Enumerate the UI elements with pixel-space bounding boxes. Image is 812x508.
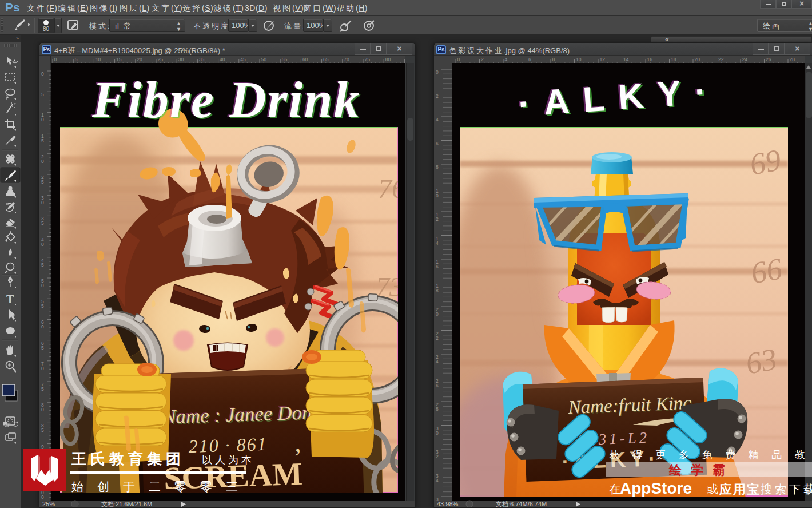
svg-text:以人为本: 以人为本 bbox=[202, 454, 252, 466]
svg-text:T: T bbox=[6, 293, 14, 305]
svg-text:14: 14 bbox=[436, 236, 439, 246]
svg-text:10: 10 bbox=[576, 57, 582, 62]
svg-text:80: 80 bbox=[385, 57, 391, 62]
svg-text:2: 2 bbox=[481, 57, 484, 62]
svg-text:应用宝: 应用宝 bbox=[719, 482, 761, 497]
svg-text:85: 85 bbox=[41, 423, 44, 433]
svg-text:80: 80 bbox=[41, 402, 44, 412]
svg-text:20: 20 bbox=[41, 154, 44, 164]
svg-text:12: 12 bbox=[600, 57, 606, 62]
svg-text:35: 35 bbox=[199, 57, 205, 62]
svg-text:搜索下载: 搜索下载 bbox=[761, 483, 812, 495]
svg-text:43.98%: 43.98% bbox=[437, 501, 459, 507]
svg-text:30: 30 bbox=[178, 57, 184, 62]
svg-text:始创于二零零三年: 始创于二零零三年 bbox=[71, 480, 252, 493]
svg-text:AppStore: AppStore bbox=[620, 479, 692, 497]
svg-text:60: 60 bbox=[302, 57, 308, 62]
svg-text:15: 15 bbox=[41, 133, 44, 144]
svg-text:0: 0 bbox=[54, 57, 57, 62]
svg-text:王氏教育集团: 王氏教育集团 bbox=[71, 450, 185, 467]
svg-text:28: 28 bbox=[436, 402, 439, 412]
svg-text:63: 63 bbox=[743, 342, 780, 380]
svg-text:26: 26 bbox=[436, 378, 439, 388]
svg-text:绘学霸: 绘学霸 bbox=[668, 463, 734, 477]
svg-text:30: 30 bbox=[436, 426, 439, 436]
svg-text:26: 26 bbox=[766, 57, 771, 62]
svg-text:30: 30 bbox=[41, 195, 44, 205]
svg-text:34: 34 bbox=[436, 473, 439, 483]
svg-text:40: 40 bbox=[220, 57, 225, 62]
svg-text:40: 40 bbox=[41, 237, 44, 247]
svg-text:6: 6 bbox=[436, 141, 439, 146]
svg-text:10: 10 bbox=[95, 57, 101, 62]
svg-text:在: 在 bbox=[609, 483, 620, 495]
svg-text:32: 32 bbox=[436, 449, 439, 459]
svg-text:4: 4 bbox=[436, 117, 439, 122]
svg-text:或: 或 bbox=[707, 483, 718, 495]
svg-text:25: 25 bbox=[41, 174, 44, 185]
svg-text:8: 8 bbox=[436, 164, 439, 170]
svg-text:28: 28 bbox=[790, 57, 795, 62]
svg-text:Fibre Drink: Fibre Drink bbox=[91, 72, 361, 128]
svg-text:8: 8 bbox=[552, 57, 555, 62]
svg-text:20: 20 bbox=[137, 57, 142, 62]
svg-text:75: 75 bbox=[41, 382, 44, 392]
svg-text:4: 4 bbox=[505, 57, 508, 62]
svg-text:45: 45 bbox=[240, 57, 246, 62]
svg-text:25%: 25% bbox=[42, 501, 55, 507]
svg-text:69: 69 bbox=[747, 142, 784, 181]
svg-text:60: 60 bbox=[41, 319, 44, 330]
svg-text:12: 12 bbox=[436, 212, 439, 222]
svg-text:22: 22 bbox=[718, 57, 724, 62]
svg-text:20: 20 bbox=[695, 57, 700, 62]
svg-text:24: 24 bbox=[742, 57, 748, 62]
svg-text:文档:21.6M/21.6M: 文档:21.6M/21.6M bbox=[101, 501, 152, 507]
svg-text:45: 45 bbox=[41, 257, 44, 268]
svg-text:75: 75 bbox=[365, 57, 371, 62]
svg-text:14: 14 bbox=[623, 57, 629, 62]
svg-text:15: 15 bbox=[116, 57, 122, 62]
svg-text:文档:6.74M/6.74M: 文档:6.74M/6.74M bbox=[496, 501, 547, 507]
svg-text:5: 5 bbox=[41, 92, 44, 97]
svg-text:16: 16 bbox=[436, 259, 439, 269]
svg-text:65: 65 bbox=[41, 340, 44, 351]
svg-text:70: 70 bbox=[344, 57, 349, 62]
svg-text:65: 65 bbox=[323, 57, 329, 62]
svg-text:18: 18 bbox=[671, 57, 676, 62]
svg-text:16: 16 bbox=[647, 57, 653, 62]
svg-text:22: 22 bbox=[436, 331, 439, 341]
svg-text:24: 24 bbox=[436, 354, 439, 364]
svg-text:66: 66 bbox=[749, 251, 785, 290]
svg-text:25: 25 bbox=[158, 57, 164, 62]
svg-text:50: 50 bbox=[41, 278, 44, 288]
svg-text:70: 70 bbox=[41, 361, 44, 371]
svg-text:20: 20 bbox=[436, 307, 439, 317]
svg-text:0: 0 bbox=[457, 57, 460, 62]
svg-text:2: 2 bbox=[436, 93, 439, 99]
svg-text:6: 6 bbox=[528, 57, 531, 62]
svg-text:10: 10 bbox=[41, 112, 44, 122]
svg-text:50: 50 bbox=[261, 57, 267, 62]
svg-text:Name : Janee Don: Name : Janee Don bbox=[161, 401, 312, 428]
svg-text:获得更多免费精品教程: 获得更多免费精品教程 bbox=[609, 449, 812, 461]
svg-text:55: 55 bbox=[41, 299, 44, 309]
svg-text:10: 10 bbox=[436, 188, 439, 199]
svg-text:0: 0 bbox=[436, 69, 439, 75]
svg-text:35: 35 bbox=[41, 216, 44, 226]
svg-text:5: 5 bbox=[75, 57, 78, 62]
svg-text:0: 0 bbox=[41, 71, 44, 77]
svg-text:55: 55 bbox=[282, 57, 288, 62]
svg-text:18: 18 bbox=[436, 283, 439, 293]
